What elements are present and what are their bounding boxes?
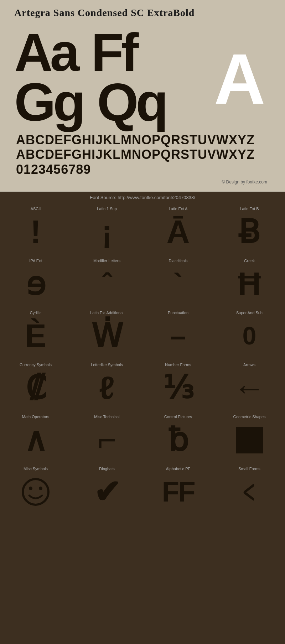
alphabet-lower: ABCDEFGHIJKLMNOPQRSTUVWXYZ <box>16 147 271 162</box>
digits: 0123456789 <box>16 162 271 177</box>
smiley-icon <box>21 478 50 506</box>
black-rect <box>236 427 263 453</box>
char-glyph: ⅓ <box>163 370 194 406</box>
char-cell-label: Super And Sub <box>236 311 263 316</box>
char-cell-label: Math Operators <box>22 415 49 420</box>
char-cell-label: Modifier Letters <box>93 259 120 264</box>
glyph-aa: Aa <box>14 26 77 79</box>
char-cell: IPA Extɘ <box>0 255 71 307</box>
char-glyph: ⌐ <box>98 422 116 458</box>
char-glyph: FF <box>162 474 195 510</box>
char-cell: Dingbats✔ <box>71 463 142 515</box>
glyph-qq: Qq <box>97 76 165 129</box>
credit-line: © Design by fontke.com <box>14 180 271 185</box>
char-glyph: ¡ <box>102 214 112 250</box>
char-glyph: ← <box>233 370 265 406</box>
char-cell: Number Forms⅓ <box>142 359 214 411</box>
char-glyph: 0 <box>243 318 256 354</box>
char-cell: Misc Symbols <box>0 463 71 515</box>
char-cell-label: Diacriticals <box>169 259 187 264</box>
char-cell-label: Geometric Shapes <box>233 415 265 420</box>
char-glyph: È <box>25 318 46 354</box>
char-cell: Letterlike Symbolsℓ <box>71 359 142 411</box>
char-glyph: ℓ <box>99 370 115 406</box>
char-cell: GreekĦ <box>214 255 285 307</box>
char-cell: Currency Symbols₡ <box>0 359 71 411</box>
char-glyph: ! <box>30 214 41 250</box>
char-cell: Arrows← <box>214 359 285 411</box>
char-glyph: Ħ <box>238 266 261 302</box>
char-cell-label: Latin Ext Additional <box>90 311 124 316</box>
char-cell: CyrillicÈ <box>0 307 71 359</box>
char-cell-label: Latin Ext B <box>240 207 259 212</box>
char-cell: Super And Sub0 <box>214 307 285 359</box>
char-cell-label: Dingbats <box>99 467 114 472</box>
char-cell: ASCII! <box>0 203 71 255</box>
char-cell-label: Currency Symbols <box>20 363 52 368</box>
char-cell-label: Cyrillic <box>30 311 41 316</box>
char-glyph: Ā <box>167 214 190 250</box>
char-cell-label: Small Forms <box>238 467 260 472</box>
char-cell: Misc Technical⌐ <box>71 411 142 463</box>
char-cell-label: Greek <box>244 259 255 264</box>
char-cell: Latin 1 Sup¡ <box>71 203 142 255</box>
svg-point-0 <box>23 479 48 505</box>
alphabet-lines: ABCDEFGHIJKLMNOPQRSTUVWXYZ ABCDEFGHIJKLM… <box>14 133 271 177</box>
char-glyph: ∧ <box>24 422 47 458</box>
char-cell: Latin Ext BɃ <box>214 203 285 255</box>
char-glyph <box>236 422 263 458</box>
char-cell-label: Arrows <box>243 363 255 368</box>
char-cell: Diacriticals` <box>142 255 214 307</box>
font-title: Artegra Sans Condensed SC ExtraBold <box>14 7 271 19</box>
char-cell-label: ASCII <box>31 207 41 212</box>
char-cell-label: Number Forms <box>165 363 191 368</box>
glyph-gg: Gg <box>14 76 83 129</box>
char-cell-label: Misc Technical <box>94 415 119 420</box>
char-cell: Latin Ext AdditionalẆ <box>71 307 142 359</box>
char-glyph: ₡ <box>26 370 46 406</box>
char-cell-label: Alphabetic PF <box>166 467 190 472</box>
char-cell-label: Control Pictures <box>164 415 192 420</box>
char-cell-label: Punctuation <box>168 311 188 316</box>
char-cell-label: Latin 1 Sup <box>97 207 117 212</box>
char-glyph: ɘ <box>26 266 46 302</box>
char-cell: Control Picturesƀ <box>142 411 214 463</box>
char-glyph: Ƀ <box>238 214 260 250</box>
big-white-letter: A <box>214 43 264 115</box>
char-glyph <box>21 474 50 510</box>
char-glyph: Ẇ <box>91 318 123 354</box>
source-bar: Font Source: http://www.fontke.com/font/… <box>0 192 285 203</box>
char-cell: Punctuation– <box>142 307 214 359</box>
char-glyph: ` <box>173 266 183 302</box>
source-text: Font Source: http://www.fontke.com/font/… <box>90 195 195 200</box>
char-glyph: – <box>170 318 186 354</box>
char-cell: Math Operators∧ <box>0 411 71 463</box>
svg-point-1 <box>29 487 32 490</box>
alphabet-upper: ABCDEFGHIJKLMNOPQRSTUVWXYZ <box>16 133 271 147</box>
char-glyph: ✔ <box>94 474 120 510</box>
char-cell: Small Forms﹤ <box>214 463 285 515</box>
char-grid: ASCII!Latin 1 Sup¡Latin Ext AĀLatin Ext … <box>0 203 285 515</box>
char-cell-label: Letterlike Symbols <box>91 363 123 368</box>
char-cell: Latin Ext AĀ <box>142 203 214 255</box>
char-cell-label: IPA Ext <box>29 259 42 264</box>
svg-point-2 <box>39 487 42 490</box>
char-glyph: ﹤ <box>235 474 264 510</box>
char-cell-label: Misc Symbols <box>24 467 48 472</box>
char-cell-label: Latin Ext A <box>169 207 188 212</box>
char-glyph: ƀ <box>168 422 188 458</box>
char-cell: Alphabetic PFFF <box>142 463 214 515</box>
char-cell: Geometric Shapes <box>214 411 285 463</box>
char-glyph: ˆ <box>102 266 112 302</box>
glyph-ff: Ff <box>91 26 136 79</box>
char-cell: Modifier Lettersˆ <box>71 255 142 307</box>
specimen-area: Artegra Sans Condensed SC ExtraBold A Aa… <box>0 0 285 192</box>
